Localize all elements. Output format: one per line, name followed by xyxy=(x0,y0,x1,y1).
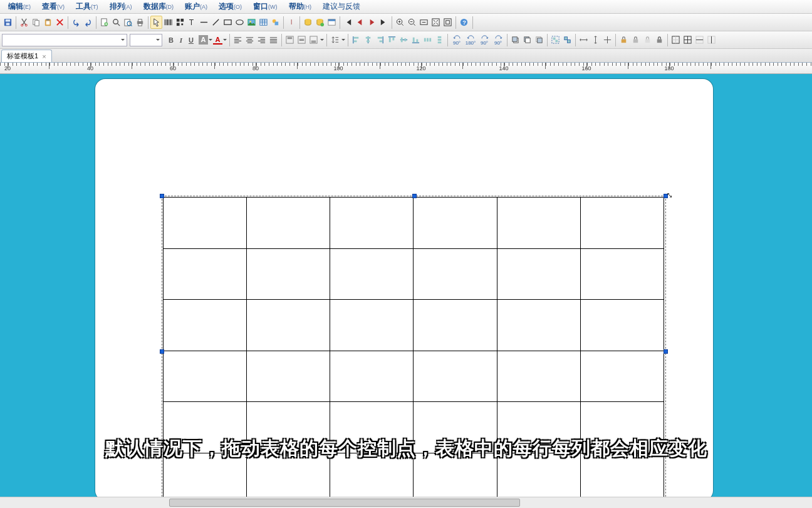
zoomin-icon[interactable] xyxy=(394,16,406,29)
cut-icon[interactable] xyxy=(18,16,30,29)
table-cell[interactable] xyxy=(247,300,330,351)
bgcolor-drop[interactable] xyxy=(208,37,213,43)
table-cell[interactable] xyxy=(330,402,414,453)
menu-options[interactable]: 选项(O) xyxy=(213,0,247,13)
redo-icon[interactable] xyxy=(82,16,94,29)
fontsize-combo[interactable] xyxy=(130,34,162,46)
valign-mid-icon[interactable] xyxy=(296,33,308,46)
zoomout-icon[interactable] xyxy=(406,16,418,29)
table-cell[interactable] xyxy=(414,453,497,497)
text-icon[interactable]: T xyxy=(186,16,198,29)
handle-top-left[interactable] xyxy=(160,194,164,198)
lock2-icon[interactable] xyxy=(630,33,642,46)
table-cell[interactable] xyxy=(580,248,664,300)
db3-icon[interactable] xyxy=(326,16,338,29)
dist-v-icon[interactable] xyxy=(434,33,445,46)
table-cell[interactable] xyxy=(580,351,664,402)
menu-window[interactable]: 窗口(W) xyxy=(247,0,283,13)
table-cell[interactable] xyxy=(414,248,497,300)
delete-icon[interactable] xyxy=(54,16,66,29)
workspace[interactable]: ↔ xyxy=(0,74,812,497)
table-cell[interactable] xyxy=(164,402,247,453)
table-cell[interactable] xyxy=(330,351,414,402)
menu-edit[interactable]: 编辑(E) xyxy=(3,0,36,13)
bgcolor-button[interactable]: A xyxy=(199,35,208,45)
border1-icon[interactable] xyxy=(670,33,682,46)
menu-feedback[interactable]: 建议与反馈 xyxy=(317,0,366,13)
next-icon[interactable] xyxy=(366,16,378,29)
table-selection[interactable]: ↔ xyxy=(162,196,666,497)
dist-h-icon[interactable] xyxy=(422,33,434,46)
handle-top-right[interactable] xyxy=(664,194,668,198)
menu-account[interactable]: 账户(A) xyxy=(179,0,213,13)
fgcolor-button[interactable]: A xyxy=(213,36,222,45)
table-cell[interactable] xyxy=(330,248,414,300)
table-cell[interactable] xyxy=(497,198,580,249)
table-cell[interactable] xyxy=(164,248,247,300)
obj-align-r-icon[interactable] xyxy=(374,33,386,46)
table-cell[interactable] xyxy=(414,300,497,351)
first-icon[interactable] xyxy=(342,16,354,29)
paste-icon[interactable] xyxy=(42,16,54,29)
forward-icon[interactable] xyxy=(533,33,545,46)
table-cell[interactable] xyxy=(497,248,580,300)
rect-icon[interactable] xyxy=(222,16,234,29)
rotate-4-icon[interactable]: 90° xyxy=(491,33,505,46)
valign-top-icon[interactable] xyxy=(284,33,296,46)
table-cell[interactable] xyxy=(580,402,664,453)
table-cell[interactable] xyxy=(330,198,414,249)
valign-drop[interactable] xyxy=(320,37,325,43)
tab-close-icon[interactable]: × xyxy=(42,53,46,60)
font-combo[interactable] xyxy=(2,34,127,46)
pointer-icon[interactable] xyxy=(150,16,162,29)
lock3-icon[interactable] xyxy=(642,33,653,46)
valign-bot-icon[interactable] xyxy=(308,33,320,46)
barcode-icon[interactable] xyxy=(162,16,174,29)
obj-align-l-icon[interactable] xyxy=(350,33,362,46)
search-icon[interactable] xyxy=(110,16,122,29)
rotate-1-icon[interactable]: 90° xyxy=(450,33,464,46)
obj-align-c-icon[interactable] xyxy=(362,33,374,46)
bold-button[interactable]: B xyxy=(166,36,176,44)
menu-database[interactable]: 数据库(D) xyxy=(138,0,180,13)
table-object[interactable] xyxy=(163,197,664,497)
menu-arrange[interactable]: 排列(A) xyxy=(104,0,138,13)
zoom100-icon[interactable] xyxy=(442,16,454,29)
table-cell[interactable] xyxy=(247,402,330,453)
table-cell[interactable] xyxy=(164,300,247,351)
zoomfit-icon[interactable] xyxy=(418,16,430,29)
italic-button[interactable]: I xyxy=(176,36,186,44)
table-cell[interactable] xyxy=(164,198,247,249)
align-center-icon[interactable] xyxy=(244,33,256,46)
help-icon[interactable]: ? xyxy=(458,16,470,29)
handle-mid-right[interactable] xyxy=(664,349,668,354)
border3-icon[interactable] xyxy=(694,33,705,46)
undo-icon[interactable] xyxy=(70,16,82,29)
copy-icon[interactable] xyxy=(30,16,42,29)
handle-mid-left[interactable] xyxy=(160,349,164,354)
obj-align-b-icon[interactable] xyxy=(410,33,422,46)
table-cell[interactable] xyxy=(330,300,414,351)
ungroup-icon[interactable] xyxy=(561,33,573,46)
newdoc-icon[interactable] xyxy=(98,16,110,29)
table-cell[interactable] xyxy=(580,198,664,249)
table-cell[interactable] xyxy=(414,402,497,453)
table-cell[interactable] xyxy=(247,198,330,249)
scrollbar-horizontal[interactable] xyxy=(0,497,812,508)
table-cell[interactable] xyxy=(247,453,330,497)
table-cell[interactable] xyxy=(164,453,247,497)
table-cell[interactable] xyxy=(497,300,580,351)
scrollbar-thumb[interactable] xyxy=(169,499,520,507)
underline-button[interactable]: U xyxy=(186,36,196,44)
align-left-icon[interactable] xyxy=(232,33,244,46)
document-tab[interactable]: 标签模板1 × xyxy=(1,50,52,62)
table-cell[interactable] xyxy=(580,453,664,497)
obj-align-t-icon[interactable] xyxy=(386,33,398,46)
linespace-icon[interactable] xyxy=(329,33,341,46)
image-icon[interactable] xyxy=(246,16,258,29)
table-icon[interactable] xyxy=(258,16,269,29)
last-icon[interactable] xyxy=(378,16,390,29)
sizew-icon[interactable] xyxy=(578,33,590,46)
menu-help[interactable]: 帮助(H) xyxy=(283,0,318,13)
linespace-drop[interactable] xyxy=(341,37,346,43)
